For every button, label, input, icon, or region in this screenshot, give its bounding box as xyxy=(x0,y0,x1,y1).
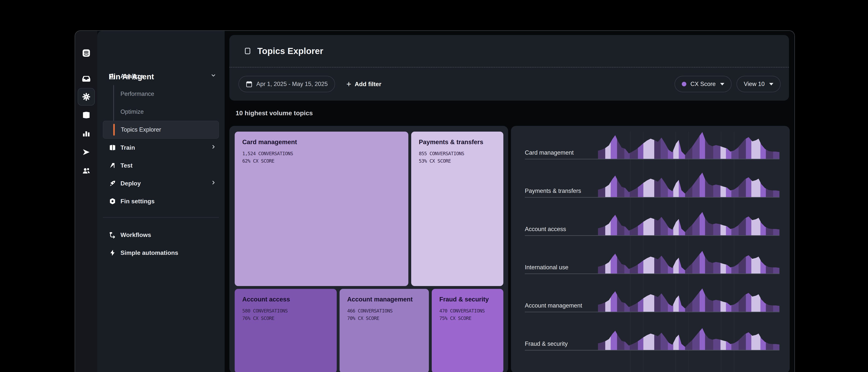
icon-rail xyxy=(75,31,97,372)
treemap-card-fraud-security[interactable]: Fraud & security470 CONVERSATIONS75% CX … xyxy=(432,289,503,372)
topic-name: Account management xyxy=(347,296,421,303)
sidebar-footer-nav: WorkflowsSimple automations xyxy=(103,226,219,262)
topic-name: Fraud & security xyxy=(439,296,496,303)
metric-select[interactable]: CX Score xyxy=(675,76,732,92)
date-range-label: Apr 1, 2025 - May 15, 2025 xyxy=(256,81,328,87)
topic-stats: 580 CONVERSATIONS xyxy=(242,307,329,315)
topic-stats: 62% CX SCORE xyxy=(242,157,401,165)
workflow-icon xyxy=(109,231,116,239)
inbox-icon[interactable] xyxy=(78,70,95,87)
topic-name: Account access xyxy=(242,296,329,303)
contacts-icon[interactable] xyxy=(78,162,95,179)
test-icon xyxy=(109,162,116,169)
trend-row-label: International use xyxy=(525,264,568,271)
sidebar-item-performance[interactable]: Performance xyxy=(103,85,219,103)
treemap-card-account-management[interactable]: Account management466 CONVERSATIONS70% C… xyxy=(340,289,429,372)
gear-icon xyxy=(109,197,116,205)
sidebar-item-analyze[interactable]: Analyze xyxy=(103,67,219,85)
sidebar-item-label: Simple automations xyxy=(121,249,178,256)
active-item-marker xyxy=(113,124,115,136)
sidebar-item-test[interactable]: Test xyxy=(103,156,219,174)
topic-stats: 466 CONVERSATIONS xyxy=(347,307,421,315)
sidebar: Fin AI Agent AnalyzePerformanceOptimizeT… xyxy=(97,31,225,372)
chevron-down-icon xyxy=(720,83,724,85)
fin-icon[interactable] xyxy=(78,88,95,106)
bolt-icon xyxy=(109,249,116,257)
trend-row-international-use[interactable]: International use xyxy=(525,244,779,274)
sidebar-item-label: Train xyxy=(121,144,135,151)
treemap-card-card-management[interactable]: Card management1,524 CONVERSATIONS62% CX… xyxy=(235,132,408,286)
chevron-down-icon xyxy=(769,83,773,85)
main-area: Topics Explorer Apr 1, 2025 - May 15, 20… xyxy=(225,31,795,372)
page-header: Topics Explorer xyxy=(229,35,789,67)
trend-row-account-management[interactable]: Account management xyxy=(525,282,779,312)
topic-name: Card management xyxy=(242,139,401,146)
calendar-icon xyxy=(246,81,252,87)
view-count-select[interactable]: View 10 xyxy=(737,76,781,92)
sidebar-item-label: Performance xyxy=(121,90,154,97)
sidebar-item-label: Fin settings xyxy=(121,198,155,205)
sidebar-item-optimize[interactable]: Optimize xyxy=(103,103,219,121)
app-window: Fin AI Agent AnalyzePerformanceOptimizeT… xyxy=(75,30,795,372)
filter-bar: Apr 1, 2025 - May 15, 2025 + Add filter … xyxy=(229,67,789,92)
treemap-panel: Card management1,524 CONVERSATIONS62% CX… xyxy=(229,126,508,372)
chevron-right-icon xyxy=(211,180,216,187)
sidebar-divider xyxy=(103,217,219,218)
sidebar-item-label: Test xyxy=(121,162,132,169)
topic-stats: 70% CX SCORE xyxy=(347,315,421,322)
trend-row-label: Fraud & security xyxy=(525,340,568,347)
trend-sparkline xyxy=(598,321,779,350)
sidebar-item-workflows[interactable]: Workflows xyxy=(103,226,219,244)
sidebar-item-label: Optimize xyxy=(121,108,144,115)
topic-stats: 855 CONVERSATIONS xyxy=(419,150,496,157)
section-heading: 10 highest volume topics xyxy=(236,109,313,117)
chevron-right-icon xyxy=(211,144,216,151)
topic-stats: 53% CX SCORE xyxy=(419,157,496,165)
sidebar-nav: AnalyzePerformanceOptimizeTopics Explore… xyxy=(103,67,219,210)
sidebar-item-train[interactable]: Train xyxy=(103,139,219,156)
chevron-down-icon xyxy=(211,73,216,80)
trend-sparkline xyxy=(598,245,779,274)
rocket-icon xyxy=(109,179,116,187)
add-filter-button[interactable]: + Add filter xyxy=(346,80,381,88)
treemap-card-payments-transfers[interactable]: Payments & transfers855 CONVERSATIONS53%… xyxy=(411,132,503,286)
topic-name: Payments & transfers xyxy=(419,139,496,146)
trend-sparkline xyxy=(598,130,779,159)
book-icon xyxy=(109,144,116,151)
intercom-logo-icon[interactable] xyxy=(78,44,95,62)
topic-stats: 1,524 CONVERSATIONS xyxy=(242,150,401,157)
trend-row-label: Account access xyxy=(525,226,566,233)
trend-row-label: Account management xyxy=(525,302,582,309)
panel-toggle-icon[interactable] xyxy=(244,47,252,55)
topic-stats: 470 CONVERSATIONS xyxy=(439,307,496,315)
date-range-filter[interactable]: Apr 1, 2025 - May 15, 2025 xyxy=(239,76,335,92)
sidebar-item-label: Deploy xyxy=(121,180,141,187)
sidebar-item-fin-settings[interactable]: Fin settings xyxy=(103,192,219,210)
sidebar-item-deploy[interactable]: Deploy xyxy=(103,174,219,192)
sidebar-item-simple-automations[interactable]: Simple automations xyxy=(103,244,219,262)
metric-dot xyxy=(682,82,686,86)
topic-stats: 76% CX SCORE xyxy=(242,315,329,322)
trend-sparkline xyxy=(598,283,779,312)
trend-row-card-management[interactable]: Card management xyxy=(525,129,779,160)
trend-row-label: Payments & transfers xyxy=(525,188,581,194)
sidebar-item-label: Analyze xyxy=(121,73,144,80)
treemap-card-account-access[interactable]: Account access580 CONVERSATIONS76% CX SC… xyxy=(235,289,337,372)
outbound-icon[interactable] xyxy=(78,143,95,161)
header-panel: Topics Explorer Apr 1, 2025 - May 15, 20… xyxy=(229,35,789,101)
trend-row-fraud-security[interactable]: Fraud & security xyxy=(525,320,779,350)
knowledge-icon[interactable] xyxy=(78,106,95,124)
trend-sparkline xyxy=(598,169,779,197)
analyze-icon xyxy=(109,72,116,80)
trend-sparkline xyxy=(598,207,779,235)
trend-row-label: Card management xyxy=(525,149,574,156)
sidebar-item-label: Topics Explorer xyxy=(121,126,161,133)
trend-row-account-access[interactable]: Account access xyxy=(525,205,779,236)
sidebar-item-label: Workflows xyxy=(121,231,151,238)
reports-icon[interactable] xyxy=(78,125,95,143)
sidebar-item-topics-explorer[interactable]: Topics Explorer xyxy=(103,121,219,139)
trend-panel: Card management Payments & transfers Acc… xyxy=(511,126,790,372)
trend-row-payments-transfers[interactable]: Payments & transfers xyxy=(525,167,779,198)
plus-icon: + xyxy=(346,80,351,88)
topic-stats: 75% CX SCORE xyxy=(439,315,496,322)
